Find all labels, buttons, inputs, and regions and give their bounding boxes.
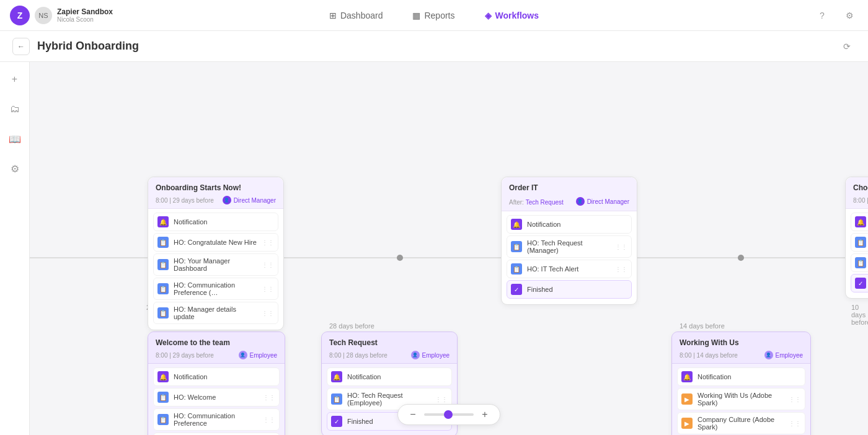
zoom-slider[interactable] [424, 413, 474, 416]
settings-button[interactable]: ⚙ [841, 7, 858, 24]
card-working-title: Working With Us [680, 338, 803, 347]
add-button[interactable]: + [5, 69, 25, 89]
list-item[interactable]: 📋 HO: Manager details update ⋮⋮ [153, 302, 278, 324]
card-tech-assignee: 👤 Employee [411, 351, 450, 359]
top-nav: Z NS Zapier Sandbox Nicola Scoon ⊞ Dashb… [0, 0, 868, 31]
timeline-label-10: 10 days before [851, 304, 868, 326]
card-order-it: Order IT After: Tech Request 👤 Direct Ma… [501, 177, 637, 305]
form-icon: 📋 [157, 237, 169, 248]
check-icon: ✓ [331, 416, 342, 427]
list-item[interactable]: 📋 HO: IT Tech Alert ⋮⋮ [507, 260, 632, 278]
card-welcome-body: 🔔 Notification 📋 HO: Welcome ⋮⋮ 📋 HO: Co… [148, 364, 285, 435]
timeline-dot-2 [397, 255, 403, 261]
card-welcome-team: Welcome to the team 8:00 | 29 days befor… [148, 332, 285, 435]
bell-icon: 🔔 [157, 216, 169, 227]
form-icon: 📋 [331, 393, 342, 405]
list-item[interactable]: ▶ Company Culture (Adobe Spark) ⋮⋮ [677, 412, 805, 434]
timeline-label-14: 14 days before [680, 322, 725, 330]
left-sidebar: + 🗂 📖 ⚙ [0, 62, 30, 435]
list-item[interactable]: 🔔 Notification [327, 367, 452, 386]
form-icon: 📋 [511, 241, 522, 252]
list-item[interactable]: 📋 HO: Choose… [851, 233, 868, 252]
user-role: Nicola Scoon [57, 16, 113, 23]
page-header: ← Hybrid Onboarding ⟳ [0, 31, 868, 62]
zoom-thumb[interactable] [444, 410, 453, 419]
help-button[interactable]: ? [813, 7, 831, 24]
refresh-button[interactable]: ⟳ [838, 38, 856, 55]
list-item[interactable]: 🔔 Notification [153, 367, 280, 386]
folder-button[interactable]: 🗂 [5, 99, 25, 119]
list-item[interactable]: 📋 HO: Welcome ⋮⋮ [153, 388, 280, 406]
list-item[interactable]: 📋 HO: Buddy d… [851, 253, 868, 272]
timeline-dot-3 [738, 255, 744, 261]
bell-icon: 🔔 [681, 371, 693, 382]
nav-reports-label: Reports [424, 11, 454, 20]
workflow-canvas: 29 days before 29 days before 28 days be… [30, 62, 868, 435]
list-item[interactable]: 🔔 Notification [153, 213, 278, 231]
form-icon: 📋 [855, 237, 866, 248]
user-name: Zapier Sandbox [57, 7, 113, 16]
assignee-dot: 👤 [223, 196, 231, 204]
book-button[interactable]: 📖 [5, 129, 25, 149]
list-item[interactable]: 🔔 Notification [507, 215, 632, 234]
dashboard-icon: ⊞ [329, 11, 337, 20]
list-item-thankyou[interactable]: ✓ Thank You [851, 274, 868, 292]
drag-handle: ⋮⋮ [263, 394, 275, 401]
nav-items: ⊞ Dashboard ▦ Reports ◈ Workflows [324, 8, 544, 23]
spark-icon: ▶ [681, 393, 693, 405]
zoom-out-button[interactable]: − [407, 408, 419, 421]
drag-handle: ⋮⋮ [789, 420, 801, 427]
card-welcome-subtitle: 8:00 | 29 days before [156, 352, 214, 359]
filter-button[interactable]: ⚙ [5, 159, 25, 178]
drag-handle: ⋮⋮ [263, 416, 275, 423]
list-item[interactable]: 🔔 Notification [677, 367, 805, 386]
card-buddy-body: 🔔 Notification 📋 HO: Choose… 📋 HO: Buddy… [846, 209, 868, 298]
bell-icon: 🔔 [855, 216, 866, 227]
workflows-icon: ◈ [485, 11, 492, 20]
list-item[interactable]: ▶ Working With Us (Adobe Spark) ⋮⋮ [677, 388, 805, 410]
list-item[interactable]: 📋 HO: Congratulate New Hire ⋮⋮ [153, 233, 278, 252]
drag-handle: ⋮⋮ [262, 286, 274, 292]
nav-reports[interactable]: ▦ Reports [407, 8, 459, 23]
list-item[interactable]: 📋 HO: Communication Preference (… ⋮⋮ [153, 278, 278, 300]
form-icon: 📋 [157, 414, 169, 425]
page-title: Hybrid Onboarding [37, 40, 139, 53]
card-onboarding-subtitle: 8:00 | 29 days before [156, 197, 214, 204]
list-item[interactable]: 🔔 Notification [851, 213, 868, 231]
main-layout: + 🗂 📖 ⚙ 29 days before 29 days before 28… [0, 62, 868, 435]
list-item[interactable]: 📋 HO: Tech Request (Manager) ⋮⋮ [507, 235, 632, 258]
back-button[interactable]: ← [12, 38, 30, 55]
card-onboarding-title: Onboarding Starts Now! [156, 183, 276, 192]
form-icon: 📋 [157, 392, 169, 403]
card-choose-buddy: Choose a buddy 8:00 | 10 days before 👤 D… [845, 177, 868, 299]
form-icon: 📋 [157, 259, 169, 270]
bell-icon: 🔔 [157, 371, 169, 382]
nav-workflows[interactable]: ◈ Workflows [480, 8, 544, 23]
list-item[interactable]: 📋 HO: Employee details update ⋮⋮ [153, 433, 280, 435]
card-onboarding-starts: Onboarding Starts Now! 8:00 | 29 days be… [148, 177, 284, 330]
card-buddy-subtitle: 8:00 | 10 days before [853, 197, 868, 204]
card-working-assignee: 👤 Employee [764, 351, 803, 359]
nav-dashboard-label: Dashboard [340, 11, 383, 20]
check-icon: ✓ [855, 278, 866, 289]
form-icon: 📋 [157, 307, 169, 319]
list-item[interactable]: 📋 HO: Your Manager Dashboard ⋮⋮ [153, 253, 278, 276]
nav-right: ? ⚙ [813, 7, 858, 24]
timeline-label-28: 28 days before [329, 322, 374, 330]
nav-dashboard[interactable]: ⊞ Dashboard [324, 8, 388, 23]
form-icon: 📋 [511, 263, 522, 275]
assignee-dot: 👤 [576, 197, 585, 206]
drag-handle: ⋮⋮ [789, 396, 801, 403]
spark-icon: ▶ [681, 418, 693, 429]
zoom-in-button[interactable]: + [479, 408, 491, 421]
drag-handle: ⋮⋮ [262, 310, 274, 317]
card-working-subtitle: 8:00 | 14 days before [680, 352, 738, 359]
list-item-finished[interactable]: ✓ Finished [507, 280, 632, 299]
form-icon: 📋 [157, 283, 169, 294]
card-welcome-title: Welcome to the team [156, 338, 277, 347]
bell-icon: 🔔 [511, 219, 522, 230]
list-item[interactable]: 📋 HO: Communication Preference ⋮⋮ [153, 408, 280, 431]
card-onboarding-assignee: 👤 Direct Manager [223, 196, 276, 204]
card-order-it-title: Order IT [509, 183, 629, 192]
avatar: NS [35, 7, 52, 24]
